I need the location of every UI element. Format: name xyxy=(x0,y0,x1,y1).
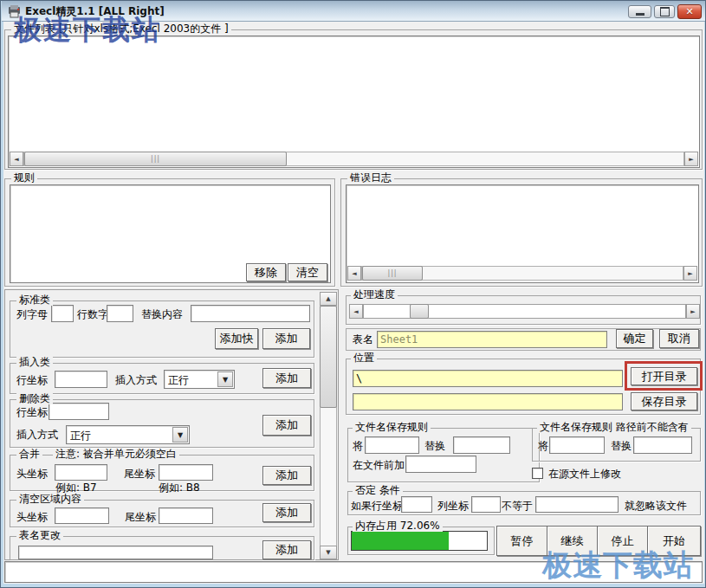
filename-prefix-label: 在文件前加 xyxy=(353,459,405,471)
speed-scroll-left-icon[interactable]: ◄ xyxy=(349,304,363,319)
insert-mode-label: 插入方式 xyxy=(115,374,157,386)
rules-label: 规则 xyxy=(11,172,37,184)
maximize-button[interactable] xyxy=(654,5,675,18)
cancel-button[interactable]: 取消 xyxy=(659,329,699,348)
save-directory-button[interactable]: 保存目录 xyxy=(631,392,697,410)
clear-rules-button[interactable]: 清空 xyxy=(288,263,327,281)
merge-head-input[interactable] xyxy=(55,464,107,481)
col-coord-label: 列坐标 xyxy=(437,500,469,512)
chevron-down-icon[interactable]: ▼ xyxy=(172,427,188,443)
errorlog-scroll-left-icon[interactable]: ◄ xyxy=(347,266,361,281)
file-list-label: 文件列表 [只针对xls格式;Execl 2003的文件 ] xyxy=(11,23,231,35)
row-number-input[interactable] xyxy=(107,305,133,322)
path-replace-input[interactable] xyxy=(633,436,692,454)
panel-scroll-up-icon[interactable]: ▲ xyxy=(320,292,337,306)
path-will-label: 将 xyxy=(538,440,548,452)
add-fast-button[interactable]: 添加快 xyxy=(215,328,258,349)
delete-row-coord-input[interactable] xyxy=(49,403,109,420)
window-title: Execl精灵1.1 [ALL Right] xyxy=(25,4,165,19)
errorlog-scroll-thumb[interactable]: ||| xyxy=(362,266,423,281)
minimize-button[interactable] xyxy=(628,5,651,18)
merge-example-head: 例如: B7 xyxy=(55,481,97,494)
filename-will-label: 将 xyxy=(353,440,363,452)
filename-prefix-input[interactable] xyxy=(405,456,476,473)
col-coord-input[interactable] xyxy=(471,496,501,513)
maximize-icon xyxy=(660,7,670,16)
negative-label: 否定 条件 xyxy=(353,485,403,496)
errorlog-scroll-right-icon[interactable]: ► xyxy=(683,266,697,281)
modify-source-checkbox[interactable] xyxy=(532,468,543,479)
rename-input[interactable] xyxy=(18,546,213,559)
clear-area-add-button[interactable]: 添加 xyxy=(262,503,311,522)
merge-example-tail: 例如: B8 xyxy=(159,481,200,494)
filename-rule-label: 文件名保存规则 xyxy=(353,422,431,433)
filename-replace-label: 替换 xyxy=(424,440,445,452)
insert-row-coord-input[interactable] xyxy=(55,371,107,388)
speed-scroll-right-icon[interactable]: ► xyxy=(686,304,700,319)
memory-progress-fill xyxy=(352,532,449,550)
speed-slider-thumb[interactable] xyxy=(410,304,429,319)
filelist-scroll-right-icon[interactable]: ► xyxy=(684,152,698,166)
merge-tail-label: 尾坐标 xyxy=(124,468,155,480)
col-letter-label: 列字母 xyxy=(16,308,48,320)
if-row-input[interactable] xyxy=(401,496,432,513)
panel-scroll-thumb[interactable] xyxy=(320,306,337,408)
app-icon xyxy=(7,4,22,19)
resume-button[interactable]: 继续 xyxy=(547,526,598,556)
modify-source-label: 在源文件上修改 xyxy=(548,468,621,480)
row-number-label: 行数字 xyxy=(77,308,108,320)
highlight-annotation xyxy=(625,361,703,391)
filelist-scroll-thumb[interactable]: ||| xyxy=(24,152,287,166)
ignore-file-label: 就忽略该文件 xyxy=(625,500,687,512)
speed-label: 处理速度 xyxy=(351,289,398,300)
rename-add-button[interactable]: 添加 xyxy=(262,540,311,559)
sheet-name-input[interactable] xyxy=(377,331,607,348)
delete-mode-select[interactable]: 正行 ▼ xyxy=(66,425,190,444)
if-row-label: 如果行坐标 xyxy=(351,500,403,512)
filelist-scroll-left-icon[interactable]: ◄ xyxy=(10,152,23,166)
sheet-name-label: 表名 xyxy=(353,333,373,346)
delete-add-button[interactable]: 添加 xyxy=(262,415,311,436)
pause-button[interactable]: 暂停 xyxy=(496,526,547,556)
insert-mode-value: 正行 xyxy=(168,373,189,388)
insert-row-coord-label: 行坐标 xyxy=(16,374,48,386)
title-bar: Execl精灵1.1 [ALL Right] ✕ xyxy=(2,1,706,22)
remove-rule-button[interactable]: 移除 xyxy=(246,263,286,281)
status-bar xyxy=(4,561,703,583)
merge-add-button[interactable]: 添加 xyxy=(262,466,311,485)
filename-will-input[interactable] xyxy=(365,436,419,454)
replace-content-input[interactable] xyxy=(191,305,310,322)
ok-button[interactable]: 确定 xyxy=(616,329,653,348)
insert-add-button[interactable]: 添加 xyxy=(262,368,311,388)
clear-area-head-label: 头坐标 xyxy=(16,511,48,523)
path-replace-label: 替换 xyxy=(611,440,632,452)
insert-label: 插入类 xyxy=(16,357,53,368)
file-listbox[interactable] xyxy=(8,36,700,168)
chevron-down-icon[interactable]: ▼ xyxy=(217,372,233,387)
clear-area-tail-input[interactable] xyxy=(159,507,213,524)
stop-button[interactable]: 停止 xyxy=(597,526,648,556)
merge-head-label: 头坐标 xyxy=(16,468,48,480)
filename-replace-input[interactable] xyxy=(453,436,510,454)
not-equal-label: 不等于 xyxy=(502,500,533,512)
panel-scroll-down-icon[interactable]: ▼ xyxy=(320,546,337,559)
close-button[interactable]: ✕ xyxy=(677,4,702,19)
delete-label: 删除类 xyxy=(16,393,53,404)
app-window: Execl精灵1.1 [ALL Right] ✕ 文件列表 [只针对xls格式;… xyxy=(0,0,706,588)
clear-area-head-input[interactable] xyxy=(55,507,109,524)
delete-mode-label: 插入方式 xyxy=(16,429,58,441)
open-path-input[interactable] xyxy=(353,370,623,387)
rename-label: 表名更改 xyxy=(16,530,63,541)
delete-mode-value: 正行 xyxy=(70,429,91,443)
standard-add-button[interactable]: 添加 xyxy=(262,328,310,349)
not-equal-input[interactable] xyxy=(535,496,619,513)
merge-note: 注意: 被合并单元必须空白 xyxy=(53,449,179,460)
clear-area-label: 清空区域内容 xyxy=(16,494,84,505)
merge-tail-input[interactable] xyxy=(159,464,213,481)
path-will-input[interactable] xyxy=(549,436,605,454)
save-path-input[interactable] xyxy=(353,393,623,410)
col-letter-input[interactable] xyxy=(51,305,74,322)
insert-mode-select[interactable]: 正行 ▼ xyxy=(164,370,235,389)
start-button[interactable]: 开始 xyxy=(647,526,701,556)
minimize-icon xyxy=(636,13,644,16)
